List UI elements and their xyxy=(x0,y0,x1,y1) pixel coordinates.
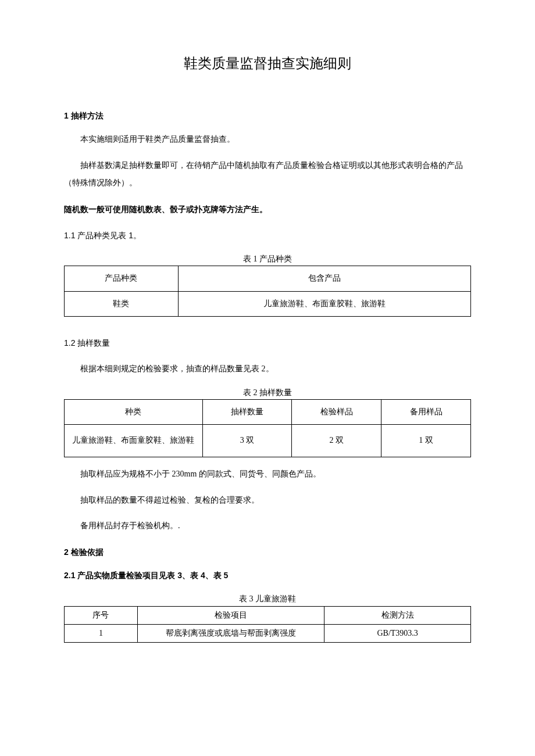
document-title: 鞋类质量监督抽查实施细则 xyxy=(64,52,471,74)
section-2-heading: 2 检验依据 xyxy=(64,546,471,558)
table-row: 鞋类 儿童旅游鞋、布面童胶鞋、旅游鞋 xyxy=(65,291,471,316)
section-1-heading: 1 抽样方法 xyxy=(64,109,471,122)
table-row: 种类 抽样数量 检验样品 备用样品 xyxy=(65,399,471,424)
section-1-p3: 随机数一般可使用随机数表、骰子或扑克牌等方法产生。 xyxy=(64,200,471,218)
table3: 序号 检验项目 检测方法 1 帮底剥离强度或底墙与帮面剥离强度 GB/T3903… xyxy=(64,606,471,643)
section-1-sub2: 1.2 抽样数量 xyxy=(64,334,471,352)
table3-c00: 1 xyxy=(65,625,138,643)
table3-c02: GB/T3903.3 xyxy=(324,625,471,643)
table1-c01: 儿童旅游鞋、布面童胶鞋、旅游鞋 xyxy=(178,291,470,316)
section-1-p4: 根据本细则规定的检验要求，抽查的样品数量见表 2。 xyxy=(64,360,471,378)
table2-h3: 备用样品 xyxy=(381,399,471,424)
table3-c01: 帮底剥离强度或底墙与帮面剥离强度 xyxy=(137,625,324,643)
table2-c03: 1 双 xyxy=(381,425,471,457)
section-1-p2: 抽样基数满足抽样数量即可，在待销产品中随机抽取有产品质量检验合格证明或以其他形式… xyxy=(64,157,471,193)
table2-h2: 检验样品 xyxy=(292,399,381,424)
table1-h0: 产品种类 xyxy=(65,266,179,291)
table2-c02: 2 双 xyxy=(292,425,381,457)
table-row: 序号 检验项目 检测方法 xyxy=(65,606,471,624)
table3-h0: 序号 xyxy=(65,606,138,624)
section-1-p6: 抽取样品的数量不得超过检验、复检的合理要求。 xyxy=(64,492,471,510)
table3-caption: 表 3 儿童旅游鞋 xyxy=(64,593,471,605)
table2-h1: 抽样数量 xyxy=(202,399,292,424)
table2: 种类 抽样数量 检验样品 备用样品 儿童旅游鞋、布面童胶鞋、旅游鞋 3 双 2 … xyxy=(64,399,471,457)
table3-h1: 检验项目 xyxy=(137,606,324,624)
table-row: 儿童旅游鞋、布面童胶鞋、旅游鞋 3 双 2 双 1 双 xyxy=(65,425,471,457)
table-row: 产品种类 包含产品 xyxy=(65,266,471,291)
table1-c00: 鞋类 xyxy=(65,291,179,316)
table-row: 1 帮底剥离强度或底墙与帮面剥离强度 GB/T3903.3 xyxy=(65,625,471,643)
table1-h1: 包含产品 xyxy=(178,266,470,291)
table2-h0: 种类 xyxy=(65,399,203,424)
table1: 产品种类 包含产品 鞋类 儿童旅游鞋、布面童胶鞋、旅游鞋 xyxy=(64,266,471,317)
table2-c01: 3 双 xyxy=(202,425,292,457)
section-1-sub1: 1.1 产品种类见表 1。 xyxy=(64,227,471,245)
section-2-sub1: 2.1 产品实物质量检验项目见表 3、表 4、表 5 xyxy=(64,567,471,585)
table3-h2: 检测方法 xyxy=(324,606,471,624)
section-1-p7: 备用样品封存于检验机构。. xyxy=(64,517,471,535)
section-1-p1: 本实施细则适用于鞋类产品质量监督抽查。 xyxy=(64,131,471,149)
table2-c00: 儿童旅游鞋、布面童胶鞋、旅游鞋 xyxy=(65,425,203,457)
section-1-p5: 抽取样品应为规格不小于 230mm 的同款式、同货号、同颜色产品。 xyxy=(64,465,471,483)
table2-caption: 表 2 抽样数量 xyxy=(64,386,471,399)
table1-caption: 表 1 产品种类 xyxy=(64,253,471,266)
